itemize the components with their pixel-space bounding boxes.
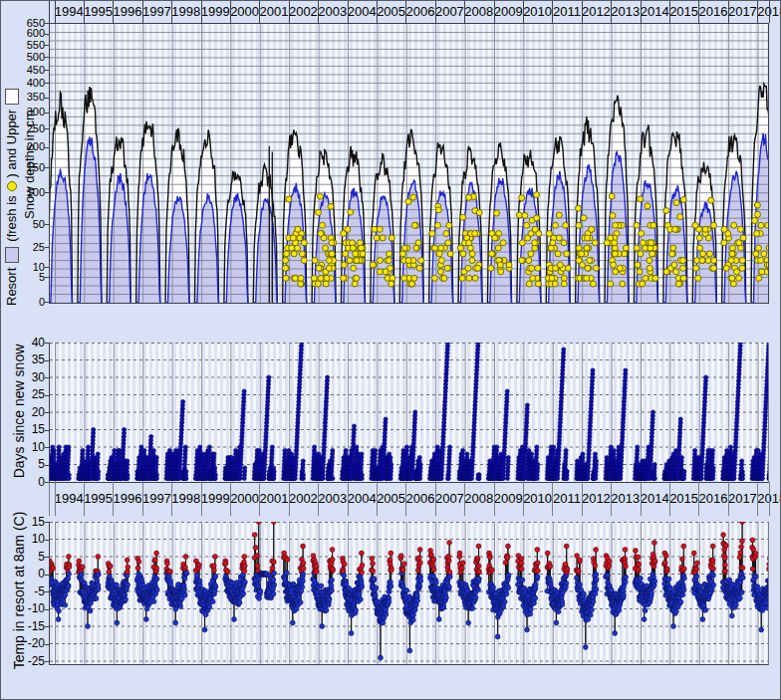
year-label-bottom: 2017 [728,492,757,506]
tick-mark [45,192,49,193]
year-separator [142,1,143,23]
tick-mark [45,482,49,483]
tick-mark [45,45,49,46]
year-separator [405,1,406,23]
year-label-top: 2012 [582,5,611,19]
year-separator [171,482,172,516]
temperature-panel [49,522,769,665]
year-label-top: 2007 [435,5,464,19]
year-separator [669,1,670,23]
year-separator [318,1,319,23]
year-label-bottom: 1996 [114,492,142,506]
tick-mark [45,57,49,58]
year-label-bottom: 2006 [406,492,435,506]
year-separator [728,1,729,23]
year-label-bottom: 2012 [582,492,611,506]
year-separator [494,482,495,516]
year-label-bottom: 1998 [171,492,200,506]
tick-label: 15 [1,516,48,529]
year-separator [669,482,670,516]
tick-label: 25 [1,388,48,401]
year-separator [582,482,583,516]
tick-label: 30 [1,371,48,384]
year-separator [55,482,56,516]
tick-label: -15 [1,620,48,633]
year-label-bottom: 2009 [494,492,523,506]
tick-mark [45,591,49,592]
year-label-top: 2014 [641,5,669,19]
days-plot [50,343,769,482]
tick-mark [45,360,49,361]
axis-edge-line [769,1,770,23]
tick-label: 40 [1,337,48,350]
snow-depth-panel [49,23,769,304]
year-separator [523,482,524,516]
year-label-bottom: 2008 [464,492,493,506]
tick-label: 300 [1,106,48,118]
year-label-top: 1997 [142,5,171,19]
tick-label: -10 [1,602,48,615]
year-separator [259,1,260,23]
tick-mark [45,247,49,248]
year-label-top: 2000 [230,5,259,19]
tick-label: 400 [1,77,48,90]
year-separator [464,482,465,516]
tick-mark [45,626,49,627]
tick-label: 35 [1,353,48,366]
tick-label: 10 [1,441,48,454]
tick-mark [45,113,49,114]
year-label-bottom: 1995 [84,492,113,506]
tick-label: 5 [1,458,48,471]
tick-label: 100 [1,186,48,199]
year-label-bottom: 2004 [348,492,377,506]
year-separator [259,482,260,516]
year-label-top: 2015 [669,5,698,19]
year-label-top: 1999 [201,5,230,19]
tick-label: 200 [1,140,48,153]
axis-edge-line [769,482,770,516]
tick-mark [45,430,49,431]
tick-mark [45,147,49,148]
tick-label: 25 [1,241,48,254]
year-separator [84,482,85,516]
year-separator [348,482,349,516]
tick-mark [45,34,49,35]
year-label-top: 2016 [699,5,728,19]
tick-label: 5 [1,551,48,564]
year-label-bottom: 1994 [55,492,84,506]
year-separator [641,482,642,516]
tick-label: -20 [1,637,48,650]
tick-mark [45,465,49,466]
year-label-bottom: 2001 [260,492,289,506]
year-separator [84,1,85,23]
year-separator [377,1,378,23]
year-label-bottom: 1999 [201,492,230,506]
year-separator [289,482,290,516]
tick-mark [45,343,49,344]
year-label-top: 2004 [348,5,377,19]
year-label-bottom: 2015 [669,492,698,506]
year-separator [348,1,349,23]
year-label-top: 2017 [728,5,757,19]
year-label-top: 2013 [611,5,640,19]
year-label-top: 2009 [494,5,523,19]
year-separator [113,1,114,23]
year-separator [142,482,143,516]
year-label-bottom: 2014 [641,492,669,506]
year-label-bottom: 2011 [553,492,581,506]
year-separator [289,1,290,23]
days-since-snow-panel [49,343,769,483]
snow-plot [50,24,769,303]
tick-mark [45,609,49,610]
tick-mark [45,557,49,558]
tick-label: 250 [1,122,48,135]
year-label-bottom: 1997 [142,492,171,506]
tick-mark [45,447,49,448]
tick-mark [45,83,49,84]
tick-label: 450 [1,64,48,77]
year-label-bottom: 2013 [611,492,640,506]
tick-mark [45,128,49,129]
tick-mark [45,661,49,662]
year-separator [757,482,758,516]
tick-label: 0 [1,476,48,489]
